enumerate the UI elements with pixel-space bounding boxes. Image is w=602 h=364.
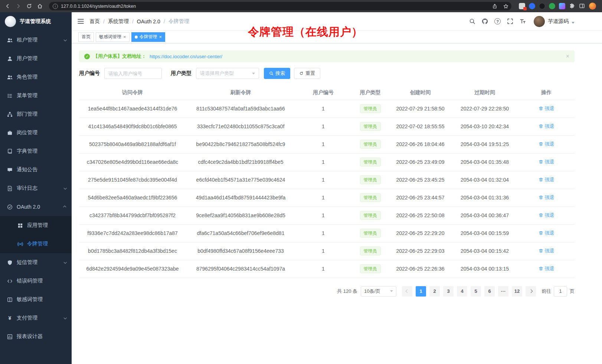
sidebar-item-report-designer[interactable]: 报表设计器 [0,327,72,346]
page-button[interactable]: 4 [457,286,467,297]
side-panel-icon[interactable] [579,3,585,9]
force-logout-button[interactable]: 强退 [539,194,554,201]
force-logout-button[interactable]: 强退 [539,230,554,236]
page-button[interactable]: 6 [484,286,495,297]
extension-icon[interactable] [529,3,535,9]
page-button[interactable]: 1 [416,286,426,297]
home-icon[interactable] [35,1,45,11]
cell-create-time: 2022-06-25 23:44:57 [389,189,451,206]
tab-sensitive-words[interactable]: 敏感词管理 × [96,32,130,42]
extension-icon[interactable] [549,3,555,9]
help-icon[interactable]: ? [494,18,501,24]
tab-token-management[interactable]: 令牌管理 × [131,32,166,42]
font-size-icon[interactable] [520,18,526,24]
cell-create-time: 2022-06-25 23:49:09 [389,153,451,171]
role-icon [7,75,13,80]
page-button[interactable]: 2 [429,286,440,297]
sidebar-item-menu[interactable]: 菜单管理 [0,86,72,105]
force-logout-button[interactable]: 强退 [539,248,554,254]
page-button[interactable]: 3 [443,286,454,297]
force-logout-button[interactable]: 强退 [539,212,554,219]
force-logout-button[interactable]: 强退 [539,123,554,130]
force-logout-button[interactable]: 强退 [539,176,554,183]
sidebar: 芋道管理系统 租户管理 用户管理 角色管理 菜单管理 部门管理 岗位管理 [0,12,72,364]
close-icon[interactable]: × [123,34,126,39]
tab-label: 令牌管理 [140,34,157,40]
more-pages-button[interactable]: ··· [498,286,508,297]
reload-icon[interactable] [24,1,34,11]
sidebar-item-label: 应用管理 [27,222,66,229]
sidebar-item-error-code[interactable]: 错误码管理 [0,272,72,290]
force-logout-label: 强退 [545,105,554,112]
page-size-select[interactable]: 10条/页 [361,286,396,297]
briefcase-icon [7,130,13,136]
force-logout-button[interactable]: 强退 [539,141,554,148]
sidebar-collapse-icon[interactable] [77,18,84,25]
goto-page-input[interactable] [554,286,567,297]
sidebar-item-oauth[interactable]: OAuth 2.0 [0,198,72,216]
tags-view-bar: 首页 敏感词管理 × 令牌管理 × [72,31,602,43]
user-type-tag: 管理员 [360,211,381,220]
prev-page-button[interactable] [402,286,412,297]
sidebar-item-sensitive-words[interactable]: 敏感词管理 [0,290,72,309]
extension-icon[interactable] [519,3,525,9]
sidebar-item-post[interactable]: 岗位管理 [0,123,72,142]
force-logout-button[interactable]: 强退 [539,159,554,165]
close-icon[interactable]: × [159,34,162,39]
cell-user-id: 1 [295,171,351,189]
forward-icon[interactable] [14,1,23,11]
force-logout-button[interactable]: 强退 [539,105,554,112]
sidebar-item-label: 部门管理 [17,111,66,118]
bookmark-star-icon[interactable] [502,2,510,10]
user-id-input[interactable] [104,68,162,79]
breadcrumb-system[interactable]: 系统管理 [108,18,129,25]
tab-home[interactable]: 首页 [78,32,94,42]
reset-button[interactable]: 重置 [294,68,320,79]
app-logo[interactable]: 芋道管理系统 [0,12,72,31]
breadcrumb-oauth[interactable]: OAuth 2.0 [137,19,160,24]
cell-create-time: 2022-07-02 18:55:55 [389,118,451,135]
share-icon[interactable] [491,2,499,10]
breadcrumb-home[interactable]: 首页 [89,18,100,25]
page-button[interactable]: 5 [471,286,481,297]
browser-profile-avatar[interactable] [589,3,596,10]
sidebar-item-dict[interactable]: 字典管理 [0,142,72,161]
extensions-puzzle-icon[interactable] [569,3,575,9]
back-icon[interactable] [3,1,12,11]
alert-close-icon[interactable]: × [566,53,569,60]
sidebar-item-token-management[interactable]: 令牌管理 [0,235,72,253]
sidebar-item-payment[interactable]: ¥ 支付管理 [0,309,72,327]
success-check-icon: ✓ [84,54,90,59]
sidebar-item-label: 通知公告 [17,166,66,173]
message-icon [7,167,13,173]
user-menu[interactable]: 芋道源码 [534,16,575,27]
cell-create-time: 2022-06-25 22:26:36 [389,260,451,278]
table-row: b0d1785bc3a8482f812db4a3f3bd15ec b0df498… [79,242,575,260]
sidebar-item-tenant[interactable]: 租户管理 [0,31,72,49]
next-page-button[interactable] [526,286,536,297]
sidebar-item-role[interactable]: 角色管理 [0,68,72,86]
address-bar[interactable]: i 127.0.0.1:1024/system/oauth2/token [49,2,511,10]
doc-link[interactable]: https://doc.iocoder.cn/user-center/ [150,54,222,59]
extension-icon[interactable] [559,3,565,9]
sidebar-item-audit-log[interactable]: 审计日志 [0,179,72,198]
github-icon[interactable] [482,18,488,24]
sidebar-item-user[interactable]: 用户管理 [0,49,72,68]
document-icon [7,186,13,191]
sidebar-item-app-management[interactable]: 应用管理 [0,216,72,235]
cell-access-token: f9336e7c7dd242a283ee98dc86b17a87 [79,224,186,242]
search-button[interactable]: 搜索 [264,68,290,79]
search-button-label: 搜索 [275,70,285,77]
search-icon[interactable] [469,18,475,24]
force-logout-label: 强退 [545,194,554,201]
page-button[interactable]: 12 [512,286,522,297]
extension-icon[interactable] [539,3,545,9]
sidebar-item-dept[interactable]: 部门管理 [0,105,72,123]
fullscreen-icon[interactable] [507,18,513,24]
user-type-select[interactable]: 请选择用户类型 [196,68,259,79]
force-logout-label: 强退 [545,123,554,130]
force-logout-button[interactable]: 强退 [539,265,554,272]
site-info-icon[interactable]: i [53,4,58,9]
sidebar-item-sms[interactable]: 短信管理 [0,253,72,272]
sidebar-item-notice[interactable]: 通知公告 [0,161,72,179]
